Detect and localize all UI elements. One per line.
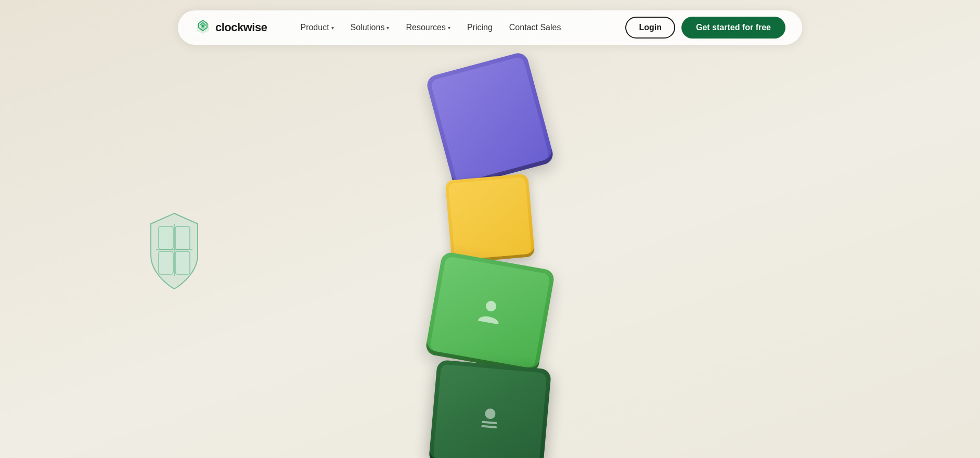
- svg-rect-1: [175, 226, 190, 249]
- yellow-keycap-decoration: [445, 173, 535, 263]
- nav-links: Product ▾ Solutions ▾ Resources ▾ Pricin…: [293, 19, 604, 36]
- logo-text: clockwise: [215, 21, 267, 34]
- logo[interactable]: clockwise: [195, 19, 267, 36]
- nav-solutions[interactable]: Solutions ▾: [343, 19, 397, 36]
- get-started-button[interactable]: Get started for free: [681, 17, 785, 39]
- svg-rect-7: [481, 425, 497, 429]
- logo-icon: [195, 19, 211, 36]
- hero-section: WELCOME TO THE ERA OF INTELLIGENT CALEND…: [0, 0, 980, 458]
- dark-green-keycap-decoration: [429, 360, 552, 458]
- nav-actions: Login Get started for free: [625, 17, 785, 39]
- svg-point-5: [485, 408, 496, 419]
- svg-rect-6: [482, 421, 497, 425]
- svg-point-4: [485, 300, 497, 312]
- green-large-keycap-decoration: [424, 251, 555, 373]
- nav-contact-sales[interactable]: Contact Sales: [502, 19, 569, 36]
- login-button[interactable]: Login: [625, 17, 675, 39]
- purple-keycap-decoration: [425, 51, 555, 188]
- resources-chevron-icon: ▾: [448, 25, 450, 31]
- nav-resources[interactable]: Resources ▾: [398, 19, 457, 36]
- svg-rect-0: [159, 226, 173, 249]
- svg-rect-2: [159, 251, 173, 274]
- solutions-chevron-icon: ▾: [386, 25, 389, 31]
- navbar: clockwise Product ▾ Solutions ▾ Resource…: [178, 10, 802, 45]
- svg-rect-3: [175, 251, 190, 274]
- product-chevron-icon: ▾: [331, 25, 334, 31]
- shield-decoration: [140, 208, 208, 291]
- nav-product[interactable]: Product ▾: [293, 19, 341, 36]
- nav-pricing[interactable]: Pricing: [460, 19, 500, 36]
